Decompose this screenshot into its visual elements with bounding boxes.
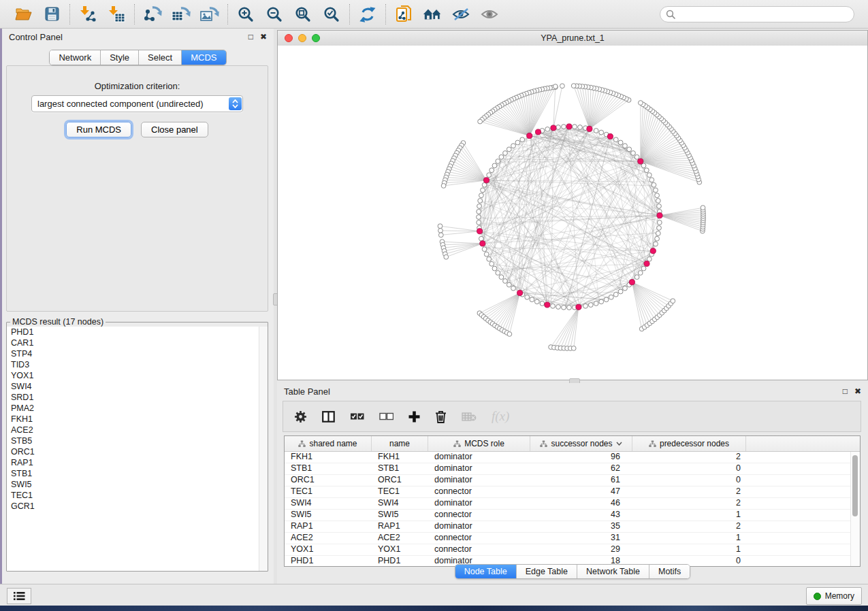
show-all-houses-icon[interactable] (423, 5, 442, 24)
mcds-result-item[interactable]: PHD1 (7, 327, 268, 337)
network-window-titlebar[interactable]: YPA_prune.txt_1 (278, 31, 867, 46)
table-row[interactable]: SWI5SWI5connector431 (285, 510, 860, 521)
column-header-shared-name[interactable]: shared name (285, 436, 372, 451)
zoom-selected-icon[interactable] (322, 5, 341, 24)
cell-predecessor_nodes: 2 (632, 486, 746, 497)
zoom-fit-icon[interactable] (293, 5, 312, 24)
table-row[interactable]: ORC1ORC1dominator610 (285, 475, 860, 486)
hide-selected-eye-icon[interactable] (451, 5, 470, 24)
import-table-icon[interactable] (107, 5, 126, 24)
table-body: FKH1FKH1dominator962STB1STB1dominator620… (285, 452, 860, 567)
deselect-all-icon[interactable] (379, 412, 393, 420)
result-scrollbar[interactable] (259, 327, 268, 571)
cell-successor_nodes: 43 (530, 510, 632, 521)
network-window-title: YPA_prune.txt_1 (541, 33, 605, 43)
cell-shared_name: YOX1 (285, 544, 372, 555)
close-panel-icon[interactable]: ✖ (260, 32, 267, 42)
cell-name: ACE2 (372, 533, 428, 544)
memory-button[interactable]: Memory (806, 587, 862, 605)
control-panel: Control Panel □ ✖ NetworkStyleSelectMCDS… (2, 29, 274, 584)
tab-node-table[interactable]: Node Table (455, 565, 517, 578)
mcds-result-item[interactable]: SWI4 (7, 381, 268, 392)
zoom-in-icon[interactable] (236, 5, 255, 24)
mcds-result-item[interactable]: GCR1 (7, 501, 268, 512)
tab-network[interactable]: Network (50, 50, 101, 65)
close-panel-icon[interactable]: ✖ (854, 386, 861, 396)
cell-shared_name: SWI5 (285, 510, 372, 521)
mcds-result-item[interactable]: TID3 (7, 359, 268, 370)
criterion-dropdown[interactable]: largest connected component (undirected) (31, 95, 243, 112)
tab-style[interactable]: Style (101, 50, 139, 65)
table-panel-titlebar: Table Panel □ ✖ (277, 383, 868, 399)
open-file-icon[interactable] (14, 5, 33, 24)
column-settings-gear-icon[interactable] (294, 410, 307, 423)
table-row[interactable]: YOX1YOX1connector291 (285, 544, 860, 556)
mcds-result-item[interactable]: CAR1 (7, 337, 268, 348)
close-panel-button[interactable]: Close panel (141, 122, 208, 137)
maximize-window-icon[interactable] (312, 34, 320, 42)
cell-predecessor_nodes: 2 (632, 498, 746, 509)
delete-column-icon[interactable] (435, 410, 447, 423)
tab-motifs[interactable]: Motifs (649, 565, 690, 578)
tab-select[interactable]: Select (139, 50, 182, 65)
optimization-criterion-label: Optimization criterion: (7, 81, 268, 91)
mcds-result-list[interactable]: PHD1CAR1STP4TID3YOX1SWI4SRD1PMA2FKH1ACE2… (7, 327, 268, 571)
status-bar: Memory (0, 584, 868, 606)
close-window-icon[interactable] (285, 34, 293, 42)
table-row[interactable]: RAP1RAP1dominator352 (285, 521, 860, 533)
float-panel-icon[interactable]: □ (843, 386, 848, 396)
table-row[interactable]: TEC1TEC1connector472 (285, 486, 860, 498)
column-header-successor-nodes[interactable]: successor nodes (530, 436, 632, 451)
network-canvas[interactable] (278, 46, 867, 380)
mcds-result-item[interactable]: ORC1 (7, 446, 268, 457)
window-controls (285, 34, 320, 42)
export-image-icon[interactable] (200, 5, 219, 24)
import-network-icon[interactable] (78, 5, 97, 24)
delete-table-icon (462, 412, 477, 422)
export-table-icon[interactable] (172, 5, 191, 24)
search-input[interactable] (675, 9, 848, 20)
clone-network-icon[interactable] (394, 5, 413, 24)
float-panel-icon[interactable]: □ (248, 32, 253, 42)
mcds-result-item[interactable]: ACE2 (7, 425, 268, 435)
network-graph[interactable] (278, 46, 867, 380)
zoom-out-icon[interactable] (265, 5, 284, 24)
show-hidden-eye-icon[interactable] (480, 5, 499, 24)
table-row[interactable]: STB1STB1dominator620 (285, 463, 860, 475)
mcds-result-item[interactable]: STP4 (7, 348, 268, 359)
minimize-window-icon[interactable] (298, 34, 306, 42)
mcds-result-item[interactable]: TEC1 (7, 490, 268, 501)
cell-mcds_role: connector (428, 486, 530, 497)
table-row[interactable]: ACE2ACE2connector311 (285, 533, 860, 544)
show-column-icon[interactable] (322, 411, 335, 423)
task-history-button[interactable] (7, 588, 31, 604)
table-header-row: shared namenameMCDS rolesuccessor nodesp… (285, 436, 860, 452)
criterion-dropdown-value: largest connected component (undirected) (32, 99, 229, 109)
mcds-result-item[interactable]: PMA2 (7, 403, 268, 414)
run-mcds-button[interactable]: Run MCDS (66, 122, 131, 137)
column-header-name[interactable]: name (372, 436, 428, 451)
mcds-result-item[interactable]: STB1 (7, 468, 268, 479)
mcds-result-item[interactable]: RAP1 (7, 457, 268, 468)
select-all-icon[interactable] (350, 412, 364, 420)
cell-name: SWI5 (372, 510, 428, 521)
tab-mcds[interactable]: MCDS (182, 50, 225, 65)
mcds-result-item[interactable]: SWI5 (7, 479, 268, 490)
column-header-MCDS-role[interactable]: MCDS role (428, 436, 530, 451)
table-scrollbar[interactable] (850, 452, 860, 566)
tab-network-table[interactable]: Network Table (577, 565, 649, 578)
mcds-result-item[interactable]: FKH1 (7, 414, 268, 425)
export-network-icon[interactable] (143, 5, 162, 24)
tab-edge-table[interactable]: Edge Table (517, 565, 577, 578)
save-session-icon[interactable] (42, 5, 61, 24)
mcds-result-item[interactable]: SRD1 (7, 392, 268, 403)
table-row[interactable]: SWI4SWI4dominator462 (285, 498, 860, 510)
column-header-predecessor-nodes[interactable]: predecessor nodes (632, 436, 746, 451)
search-box[interactable] (660, 6, 854, 22)
add-column-icon[interactable] (408, 411, 420, 423)
mcds-result-item[interactable]: STB5 (7, 435, 268, 446)
apply-layout-icon[interactable] (358, 5, 377, 24)
mcds-result-item[interactable]: YOX1 (7, 370, 268, 381)
table-row[interactable]: FKH1FKH1dominator962 (285, 452, 860, 463)
table-scrollbar-thumb[interactable] (852, 455, 858, 516)
